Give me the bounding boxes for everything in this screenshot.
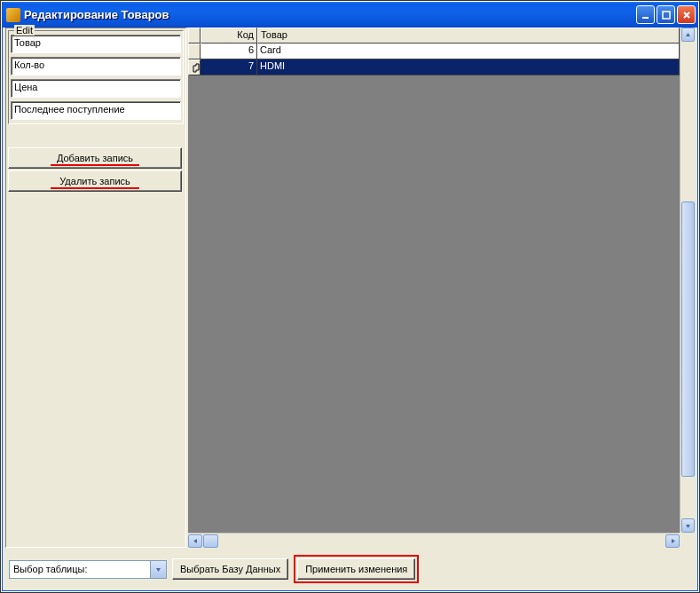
groupbox-legend: Edit (14, 25, 35, 36)
edit-panel: Edit Товар Кол-во Цена Последнее поступл… (5, 28, 186, 548)
close-button[interactable] (677, 5, 696, 24)
window-title: Редактирование Товаров (24, 8, 636, 21)
choose-database-button[interactable]: Выбрать Базу Данных (172, 558, 288, 580)
vertical-scrollbar[interactable] (680, 28, 695, 533)
kolvo-field[interactable]: Кол-во (11, 57, 181, 75)
svg-rect-1 (663, 12, 670, 19)
red-highlight-box: Применить изменения (294, 555, 419, 583)
bottom-toolbar: Выбор таблицы: Выбрать Базу Данных Приме… (5, 550, 695, 588)
title-bar[interactable]: Редактирование Товаров (3, 2, 697, 28)
red-underline (51, 187, 139, 189)
combo-text: Выбор таблицы: (10, 561, 150, 578)
edit-indicator-icon (192, 63, 201, 74)
grid-row[interactable]: 6 Card (188, 43, 680, 59)
chevron-left-icon (193, 538, 199, 544)
delete-record-label: Удалить запись (59, 176, 130, 186)
apply-changes-label: Применить изменения (305, 564, 407, 574)
grid-header-kod[interactable]: Код (201, 28, 257, 43)
red-underline (51, 164, 139, 166)
add-record-button[interactable]: Добавить запись (8, 147, 182, 169)
combo-dropdown-button[interactable] (150, 561, 166, 578)
scroll-thumb[interactable] (681, 202, 695, 477)
svg-rect-0 (642, 17, 649, 19)
table-select-combo[interactable]: Выбор таблицы: (9, 560, 167, 579)
chevron-down-icon (685, 523, 691, 529)
scroll-up-button[interactable] (681, 28, 695, 42)
choose-database-label: Выбрать Базу Данных (180, 564, 280, 574)
horizontal-scrollbar[interactable] (188, 533, 680, 548)
scroll-corner (680, 533, 695, 548)
grid-row[interactable]: 7 HDMI (188, 59, 680, 75)
grid-header-row: Код Товар (188, 28, 680, 43)
scroll-down-button[interactable] (681, 518, 695, 533)
scroll-left-button[interactable] (188, 534, 202, 548)
cena-field[interactable]: Цена (11, 79, 181, 98)
cell-tovar[interactable]: HDMI (257, 59, 680, 75)
chevron-right-icon (670, 538, 676, 544)
data-grid[interactable]: Код Товар 6 Card 7 (188, 28, 680, 533)
minimize-button[interactable] (636, 5, 655, 24)
delete-record-button[interactable]: Удалить запись (8, 170, 182, 192)
row-indicator (188, 43, 201, 59)
app-window: Редактирование Товаров Edit Товар Кол-во (2, 2, 698, 591)
scroll-right-button[interactable] (665, 534, 680, 548)
scroll-thumb[interactable] (203, 534, 218, 548)
cell-kod[interactable]: 6 (201, 43, 257, 59)
tovar-field[interactable]: Товар (11, 35, 181, 53)
cell-tovar[interactable]: Card (257, 43, 680, 59)
add-record-label: Добавить запись (57, 153, 133, 163)
maximize-button[interactable] (657, 5, 675, 24)
cell-kod[interactable]: 7 (201, 59, 257, 75)
chevron-up-icon (685, 32, 691, 38)
row-indicator (188, 59, 201, 75)
data-grid-area: Код Товар 6 Card 7 (188, 28, 695, 548)
last-field[interactable]: Последнее поступление (11, 101, 181, 120)
grid-header-tovar[interactable]: Товар (257, 28, 680, 43)
apply-changes-button[interactable]: Применить изменения (297, 558, 415, 580)
chevron-down-icon (155, 566, 161, 573)
grid-indicator-header (188, 28, 201, 43)
app-icon (6, 8, 20, 22)
